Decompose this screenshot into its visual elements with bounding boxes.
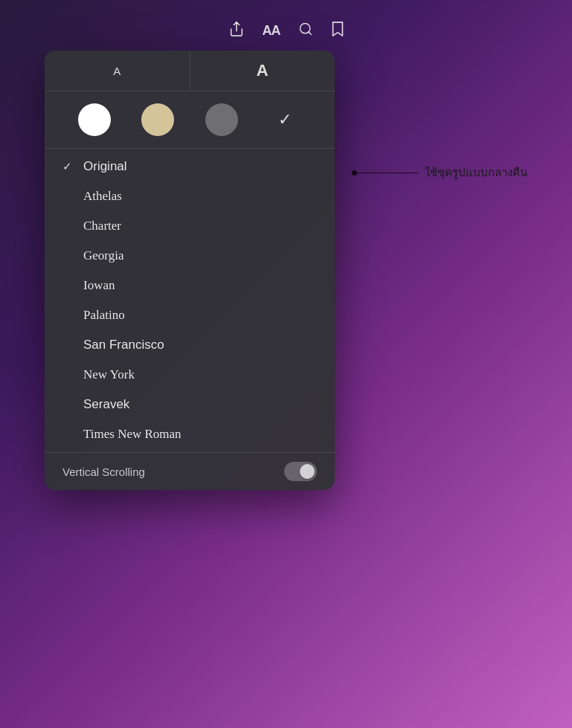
color-theme-row: ✓ — [45, 91, 335, 149]
reader-settings-panel: A A ✓ Original Athelas Charter Georgia — [45, 51, 335, 490]
font-san-francisco[interactable]: San Francisco — [45, 330, 335, 360]
callout-text: ใช้ชุดรูปแบบกลางคืน — [425, 164, 527, 181]
check-icon — [62, 160, 80, 173]
font-original[interactable]: Original — [45, 152, 335, 181]
font-list: Original Athelas Charter Georgia Iowan P… — [45, 149, 335, 452]
font-size-row: A A — [45, 51, 335, 91]
font-icon[interactable]: AA — [263, 23, 280, 39]
font-charter[interactable]: Charter — [45, 211, 335, 241]
font-times-new-roman[interactable]: Times New Roman — [45, 419, 335, 449]
bookmark-icon[interactable] — [331, 21, 344, 41]
font-palatino[interactable]: Palatino — [45, 300, 335, 330]
night-theme-button[interactable]: ✓ — [269, 103, 301, 136]
gray-theme-button[interactable] — [205, 103, 238, 136]
callout-line — [352, 173, 419, 173]
sepia-theme-button[interactable] — [141, 103, 174, 136]
vertical-scrolling-label: Vertical Scrolling — [62, 466, 145, 478]
font-seravek[interactable]: Seravek — [45, 390, 335, 419]
font-iowan[interactable]: Iowan — [45, 271, 335, 300]
callout-annotation: ใช้ชุดรูปแบบกลางคืน — [352, 164, 527, 181]
toggle-knob — [300, 464, 315, 479]
night-check-icon: ✓ — [278, 110, 292, 129]
search-icon[interactable] — [298, 22, 313, 40]
share-icon[interactable] — [228, 21, 245, 41]
font-decrease-button[interactable]: A — [45, 51, 190, 91]
font-athelas[interactable]: Athelas — [45, 181, 335, 211]
vertical-scrolling-toggle[interactable] — [284, 462, 317, 481]
font-increase-button[interactable]: A — [190, 51, 335, 91]
vertical-scrolling-row: Vertical Scrolling — [45, 452, 335, 490]
font-georgia[interactable]: Georgia — [45, 241, 335, 271]
toolbar: AA — [228, 21, 344, 41]
svg-line-2 — [308, 32, 311, 35]
white-theme-button[interactable] — [78, 103, 111, 136]
font-new-york[interactable]: New York — [45, 360, 335, 390]
